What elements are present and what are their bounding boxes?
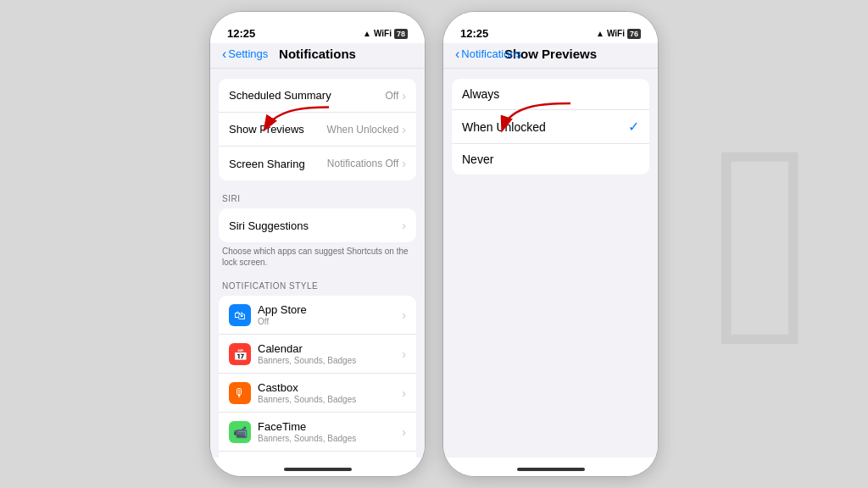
never-option[interactable]: Never: [452, 144, 649, 175]
status-bar-left: 12:25 ▲ WiFi 78: [210, 19, 425, 43]
home-bar-right: [517, 468, 585, 471]
main-settings-section: Scheduled Summary Off › Show Previews Wh…: [210, 79, 425, 180]
main-settings-list: Scheduled Summary Off › Show Previews Wh…: [219, 79, 416, 180]
list-item[interactable]: 🎙 Castbox Banners, Sounds, Badges ›: [219, 374, 416, 413]
screen-sharing-item[interactable]: Screen Sharing Notifications Off ›: [219, 147, 416, 180]
back-label-right: Notifications: [461, 47, 521, 60]
siri-suggestions-item[interactable]: Siri Suggestions ›: [219, 208, 416, 242]
apps-list: 🛍 App Store Off › 📅: [219, 296, 416, 458]
siri-section: SIRI Siri Suggestions › Choose which app…: [210, 194, 425, 268]
facetime-name: FaceTime: [258, 420, 356, 433]
castbox-row: 🎙 Castbox Banners, Sounds, Badges: [229, 381, 356, 404]
scheduled-summary-value: Off: [386, 90, 399, 102]
list-item[interactable]: 📹 FaceTime Banners, Sounds, Badges ›: [219, 413, 416, 452]
never-label: Never: [462, 152, 493, 166]
facetime-icon: 📹: [229, 421, 251, 443]
content-right: Always When Unlocked ✓ Never: [443, 69, 658, 458]
phones-container: 12:25 ▲ WiFi 78 ‹ Settings Notifications: [209, 11, 659, 477]
screen-sharing-right: Notifications Off ›: [327, 157, 406, 170]
show-previews-label: Show Previews: [229, 123, 304, 136]
back-button-left[interactable]: ‹ Settings: [222, 47, 268, 62]
home-bar-left: [284, 468, 352, 471]
show-previews-value: When Unlocked: [327, 124, 399, 136]
left-phone: 12:25 ▲ WiFi 78 ‹ Settings Notifications: [209, 11, 426, 477]
castbox-icon: 🎙: [229, 382, 251, 404]
notch-left: [210, 12, 425, 19]
screen-sharing-label: Screen Sharing: [229, 158, 305, 170]
app-store-name: App Store: [258, 303, 307, 316]
list-item[interactable]: 🛍 App Store Off ›: [219, 296, 416, 335]
previews-options-section: Always When Unlocked ✓ Never: [443, 79, 658, 175]
battery-right: 76: [627, 29, 641, 39]
screen-sharing-value: Notifications Off: [327, 158, 398, 169]
app-store-chevron: ›: [402, 308, 406, 322]
apple-logo-bg: : [712, 100, 817, 388]
calendar-row: 📅 Calendar Banners, Sounds, Badges: [229, 342, 356, 365]
siri-suggestions-label: Siri Suggestions: [229, 219, 309, 232]
nav-bar-left: ‹ Settings Notifications: [210, 43, 425, 69]
app-store-subtitle: Off: [258, 317, 307, 326]
back-chevron-left: ‹: [222, 47, 226, 62]
notch-right: [443, 12, 658, 19]
scheduled-summary-item[interactable]: Scheduled Summary Off ›: [219, 79, 416, 113]
when-unlocked-label: When Unlocked: [462, 120, 546, 134]
facetime-subtitle: Banners, Sounds, Badges: [258, 434, 356, 443]
notif-style-section: NOTIFICATION STYLE 🛍 App Store Off ›: [210, 281, 425, 458]
signal-icon-right: ▲: [596, 29, 604, 38]
always-option[interactable]: Always: [452, 79, 649, 110]
list-item[interactable]: 📅 Calendar Banners, Sounds, Badges ›: [219, 335, 416, 374]
content-left: Scheduled Summary Off › Show Previews Wh…: [210, 69, 425, 458]
previews-options-list: Always When Unlocked ✓ Never: [452, 79, 649, 175]
battery-left: 78: [394, 29, 408, 39]
app-store-icon: 🛍: [229, 304, 251, 326]
home-indicator-left: [210, 458, 425, 476]
time-left: 12:25: [227, 27, 255, 40]
siri-description: Choose which apps can suggest Shortcuts …: [210, 242, 425, 268]
screen-sharing-chevron: ›: [402, 157, 406, 170]
status-bar-right: 12:25 ▲ WiFi 76: [443, 19, 658, 43]
wifi-icon-right: WiFi: [607, 29, 625, 38]
home-indicator-right: [443, 458, 658, 476]
status-icons-right: ▲ WiFi 76: [596, 29, 641, 39]
signal-icon-left: ▲: [363, 29, 371, 38]
scheduled-summary-right: Off ›: [386, 89, 406, 103]
time-right: 12:25: [460, 27, 488, 40]
nav-bar-right: ‹ Notifications Show Previews: [443, 43, 658, 69]
always-label: Always: [462, 87, 499, 101]
siri-section-label: SIRI: [210, 194, 425, 203]
siri-list: Siri Suggestions ›: [219, 208, 416, 242]
wifi-icon-left: WiFi: [374, 29, 392, 38]
show-previews-chevron: ›: [402, 123, 406, 136]
back-chevron-right: ‹: [455, 47, 459, 62]
when-unlocked-checkmark: ✓: [628, 119, 639, 135]
facetime-chevron: ›: [402, 425, 406, 439]
calendar-name: Calendar: [258, 342, 356, 355]
list-item[interactable]: 📍 Find My Deliver Quietly ›: [219, 452, 416, 458]
facetime-row: 📹 FaceTime Banners, Sounds, Badges: [229, 420, 356, 443]
right-phone: 12:25 ▲ WiFi 76 ‹ Notifications Show Pre…: [442, 11, 659, 477]
show-previews-item[interactable]: Show Previews When Unlocked ›: [219, 113, 416, 147]
back-button-right[interactable]: ‹ Notifications: [455, 47, 521, 62]
calendar-chevron: ›: [402, 347, 406, 361]
notif-style-label: NOTIFICATION STYLE: [210, 281, 425, 291]
calendar-icon: 📅: [229, 343, 251, 365]
castbox-name: Castbox: [258, 381, 356, 394]
calendar-subtitle: Banners, Sounds, Badges: [258, 356, 356, 365]
when-unlocked-option[interactable]: When Unlocked ✓: [452, 110, 649, 144]
castbox-chevron: ›: [402, 386, 406, 400]
back-label-left: Settings: [228, 47, 268, 60]
nav-title-left: Notifications: [279, 47, 356, 61]
scheduled-summary-chevron: ›: [402, 89, 406, 103]
scheduled-summary-label: Scheduled Summary: [229, 89, 331, 102]
castbox-subtitle: Banners, Sounds, Badges: [258, 395, 356, 404]
app-store-row: 🛍 App Store Off: [229, 303, 307, 326]
siri-chevron: ›: [402, 219, 406, 232]
status-icons-left: ▲ WiFi 78: [363, 29, 408, 39]
show-previews-right: When Unlocked ›: [327, 123, 406, 136]
